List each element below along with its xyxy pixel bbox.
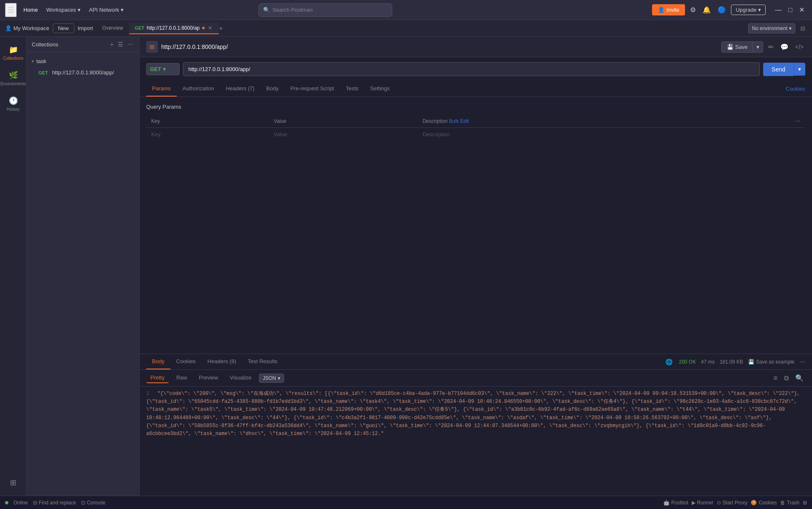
format-bar: Pretty Raw Preview Visualize JSON ▾ ≡ ⧉ …	[140, 370, 812, 387]
topbar-right-controls: 👤 Invite ⚙ 🔔 🔵 Upgrade ▾	[652, 4, 766, 15]
sidebar-item-history[interactable]: 🕐 History	[2, 93, 25, 115]
settings-icon[interactable]: ⚙	[688, 4, 698, 15]
new-button[interactable]: New	[53, 23, 74, 33]
environments-panel-icon[interactable]: ⊟	[799, 23, 807, 33]
trash-button[interactable]: 🗑 Trash	[780, 500, 799, 506]
response-time: 47 ms	[701, 359, 715, 365]
console-icon: ⊡	[81, 500, 85, 506]
collections-panel-header: Collections + ☰ ⋯	[27, 37, 139, 52]
response-tab-cookies[interactable]: Cookies	[170, 354, 202, 369]
find-replace-button[interactable]: ⊟ Find and replace	[33, 500, 76, 506]
send-dropdown-button[interactable]: ▾	[794, 63, 805, 76]
layout-button[interactable]: ⊞	[803, 500, 807, 506]
save-as-example-button[interactable]: 💾 Save as example	[748, 359, 794, 365]
tab-pre-request[interactable]: Pre-request Script	[284, 81, 340, 97]
response-body: 1 "{\"code\": \"200\", \"msg\": \"在海成功\"…	[140, 387, 812, 496]
tab-authorization[interactable]: Authorization	[177, 81, 220, 97]
url-bar: GET ▾ Send ▾	[140, 57, 812, 81]
collections-panel: Collections + ☰ ⋯ ▾ task GET http://127.…	[27, 37, 140, 496]
method-selector[interactable]: GET ▾	[146, 63, 180, 75]
workspaces-nav-btn[interactable]: Workspaces ▾	[43, 5, 84, 15]
cookies-icon: 🍪	[751, 500, 757, 506]
console-button[interactable]: ⊡ Console	[81, 500, 105, 506]
description-cell[interactable]: Description	[418, 128, 805, 141]
tab-headers[interactable]: Headers (7)	[220, 81, 261, 97]
format-selector[interactable]: JSON ▾	[259, 374, 284, 383]
minimize-button[interactable]: —	[772, 5, 784, 15]
request-header: ⊞ http://127.0.0.1:8000/app/ 💾 Save ▾ ✏ …	[140, 37, 812, 57]
more-collections-button[interactable]: ⋯	[127, 40, 134, 48]
start-proxy-button[interactable]: ⊙ Start Proxy	[717, 500, 747, 506]
close-button[interactable]: ✕	[797, 5, 807, 15]
code-snippet-button[interactable]: </>	[794, 42, 805, 52]
bell-icon[interactable]: 🔔	[701, 4, 713, 15]
runner-button[interactable]: ▶ Runner	[692, 500, 713, 506]
bulk-edit-button[interactable]: Bulk Edit	[449, 118, 469, 124]
params-section: Query Params Key Value Description ⋯ Bul…	[140, 97, 812, 354]
response-tab-body[interactable]: Body	[146, 354, 170, 369]
cookies-link[interactable]: Cookies	[786, 86, 805, 92]
tab-params[interactable]: Params	[146, 81, 177, 97]
request-tab-active[interactable]: GET http://127.0.0.1:8000/ap ✕	[129, 23, 219, 34]
response-more-options[interactable]: ⋯	[799, 359, 805, 365]
tab-body[interactable]: Body	[260, 81, 284, 97]
import-button[interactable]: Import	[78, 25, 93, 31]
tab-settings[interactable]: Settings	[364, 81, 396, 97]
tab-modified-dot	[202, 27, 205, 29]
sidebar-item-environments[interactable]: 🌿 Environments	[2, 67, 25, 89]
online-indicator-dot	[5, 501, 8, 504]
api-network-nav-btn[interactable]: API Network ▾	[86, 5, 127, 15]
save-icon: 💾	[727, 44, 733, 50]
request-tabs: Params Authorization Headers (7) Body Pr…	[140, 81, 812, 97]
tab-close-button[interactable]: ✕	[207, 25, 213, 31]
filter-response-button[interactable]: ≡	[772, 373, 779, 384]
cookies-bottom-button[interactable]: 🍪 Cookies	[751, 500, 776, 506]
format-tab-raw[interactable]: Raw	[172, 373, 191, 383]
format-tab-visualize[interactable]: Visualize	[226, 373, 256, 383]
maximize-button[interactable]: □	[786, 5, 795, 15]
response-content: "{\"code\": \"200\", \"msg\": \"在海成功\", …	[146, 391, 800, 437]
format-tab-pretty[interactable]: Pretty	[146, 373, 169, 383]
tab-method-badge: GET	[135, 25, 145, 31]
format-tab-preview[interactable]: Preview	[195, 373, 222, 383]
response-status-bar: 🌐 200 OK 47 ms 181.09 KB 💾 Save as examp…	[664, 357, 806, 367]
search-input[interactable]	[272, 7, 388, 13]
send-main-button[interactable]: Send	[763, 63, 794, 76]
response-tab-test-results[interactable]: Test Results	[242, 354, 283, 369]
online-button[interactable]: Online	[13, 500, 28, 506]
comment-button[interactable]: 💬	[779, 41, 790, 53]
key-column-header: Key	[146, 115, 269, 128]
search-response-button[interactable]: 🔍	[794, 372, 805, 384]
request-title: http://127.0.0.1:8000/app/	[161, 43, 718, 50]
edit-request-button[interactable]: ✏	[766, 41, 775, 53]
sidebar-item-collections[interactable]: 📁 Collections	[2, 42, 25, 64]
postbot-icon: 🤖	[663, 500, 670, 506]
avatar-icon[interactable]: 🔵	[716, 4, 728, 15]
key-cell[interactable]: Key	[146, 128, 269, 141]
url-input[interactable]	[183, 62, 760, 76]
response-section: Body Cookies Headers (8) Test Results 🌐 …	[140, 354, 812, 496]
add-collection-button[interactable]: +	[109, 40, 114, 48]
copy-response-button[interactable]: ⧉	[782, 373, 790, 384]
workspace-selector[interactable]: 👤 My Workspace	[5, 25, 49, 31]
overview-tab[interactable]: Overview	[96, 23, 129, 34]
send-button-group: Send ▾	[763, 63, 805, 76]
topbar: ☰ Home Workspaces ▾ API Network ▾ 🔍 👤 In…	[0, 0, 812, 20]
globe-icon[interactable]: 🌐	[664, 357, 674, 367]
upgrade-button[interactable]: Upgrade ▾	[731, 5, 766, 15]
home-nav-btn[interactable]: Home	[20, 5, 41, 15]
tab-tests[interactable]: Tests	[340, 81, 364, 97]
add-tab-button[interactable]: +	[219, 25, 223, 32]
sidebar-item-apps[interactable]: ⊞	[2, 475, 25, 491]
save-dropdown-button[interactable]: ▾	[753, 41, 763, 53]
invite-button[interactable]: 👤 Invite	[652, 4, 685, 15]
save-main-button[interactable]: 💾 Save	[721, 41, 753, 53]
filter-collections-button[interactable]: ☰	[117, 40, 124, 48]
response-tab-headers[interactable]: Headers (8)	[202, 354, 242, 369]
value-cell[interactable]: Value	[269, 128, 418, 141]
request-item[interactable]: GET http://127.0.0.1:8000/app/	[27, 67, 139, 78]
environment-selector[interactable]: No environment ▾	[748, 23, 795, 33]
postbot-button[interactable]: 🤖 Postbot	[663, 500, 688, 506]
collection-item-task[interactable]: ▾ task	[27, 56, 139, 67]
hamburger-menu[interactable]: ☰	[5, 3, 17, 17]
